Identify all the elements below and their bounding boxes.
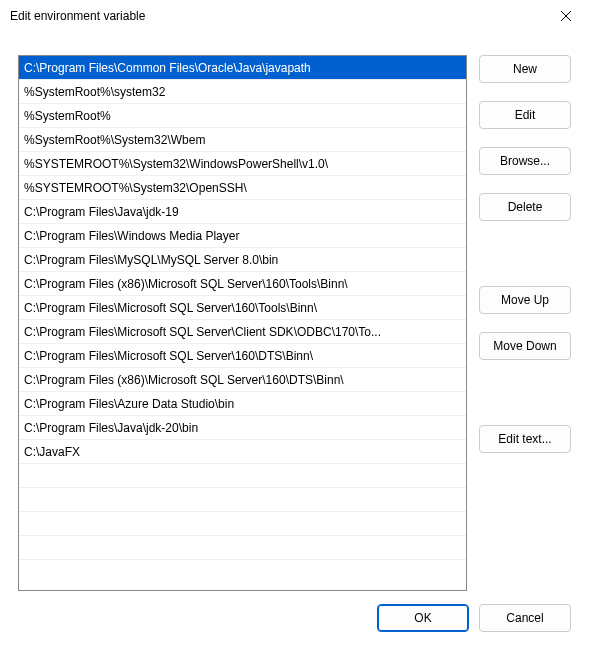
- path-list[interactable]: C:\Program Files\Common Files\Oracle\Jav…: [18, 55, 467, 591]
- edit-button[interactable]: Edit: [479, 101, 571, 129]
- path-item[interactable]: [19, 512, 466, 536]
- close-icon: [561, 11, 571, 21]
- path-item[interactable]: [19, 536, 466, 560]
- path-item[interactable]: %SystemRoot%: [19, 104, 466, 128]
- window-title: Edit environment variable: [10, 9, 145, 23]
- path-item[interactable]: C:\Program Files (x86)\Microsoft SQL Ser…: [19, 272, 466, 296]
- path-item[interactable]: C:\Program Files\Java\jdk-20\bin: [19, 416, 466, 440]
- cancel-button[interactable]: Cancel: [479, 604, 571, 632]
- path-item[interactable]: C:\Program Files\Common Files\Oracle\Jav…: [19, 56, 466, 80]
- path-item[interactable]: %SystemRoot%\System32\Wbem: [19, 128, 466, 152]
- path-item[interactable]: [19, 488, 466, 512]
- delete-button[interactable]: Delete: [479, 193, 571, 221]
- titlebar: Edit environment variable: [0, 0, 589, 32]
- path-item[interactable]: %SYSTEMROOT%\System32\OpenSSH\: [19, 176, 466, 200]
- path-item[interactable]: [19, 464, 466, 488]
- path-item[interactable]: C:\Program Files\MySQL\MySQL Server 8.0\…: [19, 248, 466, 272]
- browse-button[interactable]: Browse...: [479, 147, 571, 175]
- ok-button[interactable]: OK: [377, 604, 469, 632]
- footer-buttons: OK Cancel: [377, 604, 571, 632]
- close-button[interactable]: [543, 0, 589, 32]
- new-button[interactable]: New: [479, 55, 571, 83]
- path-item[interactable]: C:\Program Files\Microsoft SQL Server\Cl…: [19, 320, 466, 344]
- path-item[interactable]: C:\Program Files\Windows Media Player: [19, 224, 466, 248]
- move-down-button[interactable]: Move Down: [479, 332, 571, 360]
- path-item[interactable]: C:\Program Files\Azure Data Studio\bin: [19, 392, 466, 416]
- side-button-panel: New Edit Browse... Delete Move Up Move D…: [479, 55, 571, 591]
- path-item[interactable]: C:\Program Files\Microsoft SQL Server\16…: [19, 344, 466, 368]
- move-up-button[interactable]: Move Up: [479, 286, 571, 314]
- edit-text-button[interactable]: Edit text...: [479, 425, 571, 453]
- path-item[interactable]: C:\Program Files\Java\jdk-19: [19, 200, 466, 224]
- path-item[interactable]: C:\JavaFX: [19, 440, 466, 464]
- path-item[interactable]: C:\Program Files (x86)\Microsoft SQL Ser…: [19, 368, 466, 392]
- path-item[interactable]: %SystemRoot%\system32: [19, 80, 466, 104]
- path-item[interactable]: C:\Program Files\Microsoft SQL Server\16…: [19, 296, 466, 320]
- path-item[interactable]: %SYSTEMROOT%\System32\WindowsPowerShell\…: [19, 152, 466, 176]
- content-area: C:\Program Files\Common Files\Oracle\Jav…: [18, 55, 571, 591]
